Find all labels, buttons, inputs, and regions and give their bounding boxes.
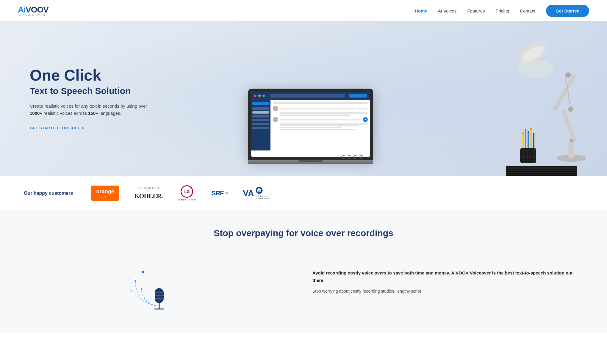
laptop-mockup: ▶	[248, 89, 373, 164]
screen-play-btn: ▶	[363, 117, 368, 122]
svg-point-8	[566, 72, 571, 78]
nav-link-pricing[interactable]: Pricing	[496, 8, 509, 13]
hero-cta-link[interactable]: GET STARTED FOR FREE >	[30, 126, 84, 130]
mic-graphic	[126, 252, 192, 315]
screen-content-line	[280, 125, 359, 126]
svg-rect-3	[552, 74, 577, 112]
hero-title-line2: Text to Speech Solution	[30, 86, 149, 96]
sidebar-logo-mock	[252, 102, 269, 105]
laptop-screen-body: ▶	[248, 89, 373, 160]
sidebar-item-mock	[252, 119, 269, 121]
svg-rect-23	[530, 128, 532, 130]
customer-logos-row: orange ● THE BOLD LOOK OF KOHLER. LG Ene…	[91, 185, 583, 201]
nav-link-home[interactable]: Home	[415, 8, 427, 13]
screen-top-bar	[273, 102, 368, 104]
screen-main-area: ▶	[270, 100, 370, 150]
customers-bar: Our happy customers orange ● THE BOLD LO…	[0, 176, 607, 210]
logo-main: VOOV	[26, 5, 49, 14]
nav-link-features[interactable]: Features	[467, 8, 485, 13]
dot-yellow	[258, 95, 261, 97]
svg-rect-39	[506, 174, 577, 175]
section2-para1: Avoid recording costly voice overs to sa…	[312, 269, 583, 284]
svg-rect-38	[506, 172, 577, 173]
svg-point-50	[134, 280, 136, 282]
screen-line-short	[356, 108, 368, 109]
screen-content-line	[280, 123, 368, 125]
pencil-cup	[518, 127, 539, 164]
hero-section: One Click Text to Speech Solution Create…	[0, 21, 607, 176]
customers-label: Our happy customers	[24, 191, 73, 196]
customer-logo-va: VA VA U.S. Departmentof Veterans Affairs	[243, 187, 270, 199]
screen-content-line	[280, 127, 342, 128]
svg-rect-35	[506, 167, 577, 168]
svg-text:VA: VA	[258, 189, 261, 192]
svg-rect-2	[561, 108, 577, 143]
logo[interactable]: AiVOOV AI VOICE OVER	[18, 5, 49, 16]
screen-content-block	[280, 123, 368, 130]
hero-content: One Click Text to Speech Solution Create…	[0, 49, 149, 148]
screen-avatar-1	[273, 106, 278, 111]
hero-visual: ▶	[212, 21, 607, 176]
section2: Stop overpaying for voice over recording…	[0, 210, 607, 333]
screen-text-line	[280, 112, 368, 114]
sidebar-item-mock	[252, 115, 269, 117]
sidebar-item-mock	[252, 111, 269, 114]
customer-logo-srf: SRF 50	[211, 189, 228, 197]
section2-text: Avoid recording costly voice overs to sa…	[312, 269, 583, 299]
svg-rect-21	[528, 131, 529, 133]
hero-title-line1: One Click	[30, 67, 149, 84]
svg-rect-19	[525, 129, 526, 131]
screen-row-1	[273, 106, 368, 111]
va-seal-icon: VA	[256, 187, 263, 194]
dot-red	[254, 95, 256, 97]
svg-point-6	[518, 60, 553, 78]
section2-visual	[24, 252, 295, 315]
nav-link-ai-voices[interactable]: AI Voices	[438, 8, 457, 13]
navbar: AiVOOV AI VOICE OVER Home AI Voices Feat…	[0, 0, 607, 21]
screen-content-line	[280, 129, 355, 130]
section2-para2: Stop worrying about costly recording stu…	[312, 288, 583, 295]
laptop-base	[248, 160, 373, 164]
dot-green	[262, 95, 265, 97]
screen-line	[280, 119, 361, 120]
svg-point-49	[142, 271, 144, 273]
customer-logo-kohler: THE BOLD LOOK OF KOHLER.	[134, 186, 162, 200]
get-started-button[interactable]: Get Started	[546, 5, 589, 17]
svg-point-12	[353, 155, 363, 159]
screen-avatar-2	[273, 117, 278, 122]
sidebar-item-mock	[252, 127, 269, 129]
screen-sidebar	[251, 100, 270, 150]
svg-rect-36	[506, 168, 577, 170]
laptop-screen: ▶	[251, 92, 370, 157]
section2-title: Stop overpaying for voice over recording…	[24, 228, 583, 238]
svg-rect-17	[522, 132, 524, 134]
svg-rect-37	[506, 170, 577, 171]
logo-prefix: Ai	[18, 5, 26, 14]
hero-description: Create realistic voices for any text in …	[30, 103, 149, 117]
screen-text-line	[280, 114, 350, 116]
nav-links: Home AI Voices Features Pricing Contact …	[415, 5, 589, 17]
customer-logo-lg: LG Energy Solution	[177, 185, 196, 201]
svg-point-11	[342, 155, 351, 159]
screen-row-2: ▶	[273, 117, 368, 122]
screen-address-bar	[270, 94, 345, 98]
svg-point-51	[130, 290, 132, 292]
section2-content: Avoid recording costly voice overs to sa…	[24, 252, 583, 315]
nav-link-contact[interactable]: Contact	[520, 8, 535, 13]
screen-body: ▶	[251, 100, 370, 150]
logo-tagline: AI VOICE OVER	[18, 13, 46, 16]
sidebar-item-mock	[252, 123, 269, 125]
customer-logo-orange: orange ●	[91, 186, 119, 201]
lg-circle: LG	[181, 185, 193, 198]
sidebar-item-mock	[252, 107, 269, 110]
screen-header	[251, 92, 370, 100]
notebook-prop	[506, 164, 577, 176]
screen-line	[280, 108, 354, 109]
svg-rect-10	[570, 139, 573, 142]
svg-rect-1	[568, 140, 574, 158]
glasses-prop	[340, 155, 364, 159]
screen-cta-bar	[349, 94, 367, 98]
screen-text-block	[280, 112, 368, 116]
